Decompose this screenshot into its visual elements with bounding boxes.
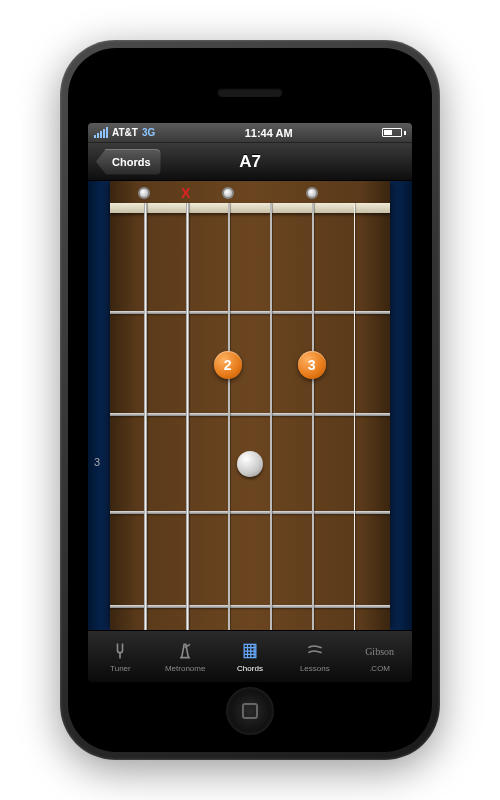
inlay-dot (237, 451, 263, 477)
fret-wire (110, 311, 390, 314)
tab-label: Tuner (110, 664, 131, 673)
tab-label: Chords (237, 664, 263, 673)
string-2[interactable] (312, 203, 314, 630)
tab-label: Metronome (165, 664, 205, 673)
string-marker-row: X (110, 185, 390, 201)
chord-chart-icon (238, 640, 262, 662)
screen: AT&T 3G 11:44 AM Chords A7 3 (88, 123, 412, 682)
nav-bar: Chords A7 (88, 143, 412, 181)
home-button[interactable] (226, 687, 274, 735)
finger-dot[interactable]: 2 (214, 351, 242, 379)
earpiece (218, 88, 283, 97)
page-title: A7 (239, 152, 261, 172)
tab-label: Lessons (300, 664, 330, 673)
tuning-fork-icon (108, 640, 132, 662)
content-area: 3 23 X (88, 181, 412, 630)
fret-wire (110, 413, 390, 416)
open-string-marker (138, 187, 150, 199)
battery-icon (382, 128, 406, 137)
clock-label: 11:44 AM (245, 127, 293, 139)
fret-number-label: 3 (94, 456, 100, 468)
string-6[interactable] (144, 203, 147, 630)
string-5[interactable] (186, 203, 189, 630)
phone-inner: AT&T 3G 11:44 AM Chords A7 3 (68, 48, 432, 752)
fret-wire (110, 605, 390, 608)
gibson-logo-icon: Gibson (368, 640, 392, 662)
open-string-marker (222, 187, 234, 199)
open-string-marker (306, 187, 318, 199)
tab-lessons[interactable]: Lessons (282, 631, 347, 682)
phone-frame: AT&T 3G 11:44 AM Chords A7 3 (60, 40, 440, 760)
status-bar: AT&T 3G 11:44 AM (88, 123, 412, 143)
lessons-icon (303, 640, 327, 662)
nut (110, 203, 390, 213)
string-4[interactable] (228, 203, 230, 630)
fret-wire (110, 511, 390, 514)
status-left: AT&T 3G (94, 127, 155, 138)
blank-marker (348, 187, 360, 199)
tab-label: .COM (369, 664, 390, 673)
string-1[interactable] (354, 203, 355, 630)
network-label: 3G (142, 127, 155, 138)
tab-metronome[interactable]: Metronome (153, 631, 218, 682)
finger-dot[interactable]: 3 (298, 351, 326, 379)
tab-tuner[interactable]: Tuner (88, 631, 153, 682)
mute-string-marker: X (181, 185, 190, 201)
metronome-icon (173, 640, 197, 662)
blank-marker (264, 187, 276, 199)
signal-icon (94, 127, 108, 138)
tab-chords[interactable]: Chords (218, 631, 283, 682)
tab-bar: Tuner Metronome Chords (88, 630, 412, 682)
carrier-label: AT&T (112, 127, 138, 138)
back-button[interactable]: Chords (96, 149, 161, 175)
home-icon (242, 703, 258, 719)
string-3[interactable] (270, 203, 272, 630)
fretboard[interactable]: 23 (110, 181, 390, 630)
tab-dotcom[interactable]: Gibson .COM (347, 631, 412, 682)
